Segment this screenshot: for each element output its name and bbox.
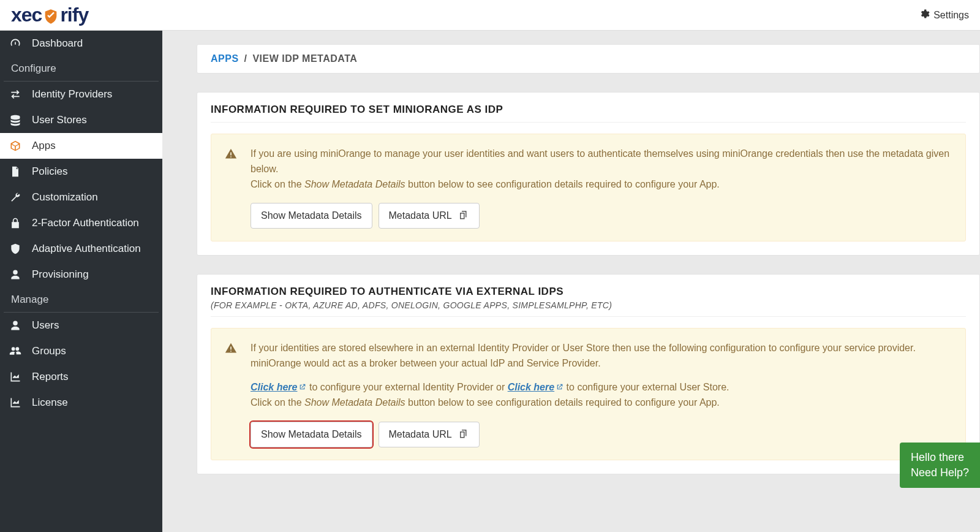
panel2-alert-line3: Click on the Show Metadata Details butto… — [251, 395, 952, 411]
breadcrumb-panel: APPS / VIEW IDP METADATA — [197, 44, 980, 74]
sidebar-item-dashboard[interactable]: Dashboard — [0, 31, 162, 56]
sidebar-item-label: User Stores — [32, 114, 87, 126]
user-icon — [9, 319, 22, 332]
warning-icon — [225, 341, 237, 447]
main-content: APPS / VIEW IDP METADATA INFORMATION REQ… — [162, 31, 980, 507]
sidebar-nav: DashboardConfigureIdentity ProvidersUser… — [0, 31, 162, 532]
settings-label: Settings — [933, 10, 969, 21]
panel2-alert-line1: If your identities are stored elsewhere … — [251, 341, 952, 371]
sidebar-item-customization[interactable]: Customization — [0, 184, 162, 210]
sidebar-item-license[interactable]: License — [0, 390, 162, 416]
external-link-icon — [554, 382, 564, 392]
show-metadata-details-button[interactable]: Show Metadata Details — [251, 422, 372, 447]
show-metadata-details-button[interactable]: Show Metadata Details — [251, 203, 372, 229]
sidebar-item-adaptive-authentication[interactable]: Adaptive Authentication — [0, 236, 162, 262]
sidebar-item-reports[interactable]: Reports — [0, 364, 162, 390]
sidebar-item-groups[interactable]: Groups — [0, 338, 162, 364]
users-icon — [9, 345, 22, 357]
wrench-icon — [9, 191, 22, 203]
external-link-icon — [297, 382, 306, 392]
sidebar-item-label: Dashboard — [32, 37, 83, 50]
configure-userstore-link[interactable]: Click here — [508, 382, 564, 392]
help-line1: Hello there — [911, 450, 969, 465]
breadcrumb-separator: / — [244, 53, 247, 64]
copy-icon — [458, 428, 469, 441]
sidebar-item-label: Customization — [32, 191, 98, 203]
sidebar-item-label: Identity Providers — [32, 88, 112, 101]
panel1-button-row: Show Metadata Details Metadata URL — [251, 203, 952, 229]
sidebar-item-label: Apps — [32, 140, 56, 152]
configure-idp-link[interactable]: Click here — [251, 382, 306, 392]
panel2-heading: INFORMATION REQUIRED TO AUTHENTICATE VIA… — [211, 286, 966, 317]
file-icon — [9, 165, 22, 178]
sidebar-item-apps[interactable]: Apps — [0, 133, 162, 159]
warning-icon — [225, 146, 237, 229]
user-icon — [9, 268, 22, 281]
panel1-heading: INFORMATION REQUIRED TO SET MINIORANGE A… — [211, 104, 966, 123]
sidebar-item-label: Users — [32, 319, 59, 332]
sidebar-item-label: Provisioning — [32, 268, 89, 281]
sidebar-item-label: Groups — [32, 345, 66, 357]
settings-link[interactable]: Settings — [919, 9, 969, 22]
panel2-alert-body: If your identities are stored elsewhere … — [251, 341, 952, 447]
sidebar-item-policies[interactable]: Policies — [0, 159, 162, 184]
dashboard-icon — [9, 37, 22, 50]
cube-icon — [9, 140, 22, 152]
panel1-alert-body: If you are using miniOrange to manage yo… — [251, 146, 952, 229]
sidebar-item-identity-providers[interactable]: Identity Providers — [0, 82, 162, 107]
sidebar-item-label: License — [32, 397, 68, 409]
chart-icon — [9, 371, 22, 383]
panel2-button-row: Show Metadata Details Metadata URL — [251, 422, 952, 447]
sidebar-item-label: 2-Factor Authentication — [32, 217, 139, 229]
topbar: xec rify Settings — [0, 0, 980, 31]
panel2-subheading: (FOR EXAMPLE - OKTA, AZURE AD, ADFS, ONE… — [211, 300, 966, 310]
metadata-url-button[interactable]: Metadata URL — [379, 422, 480, 447]
shield-icon — [9, 243, 22, 255]
panel2-alert-links: Click here to configure your external Id… — [251, 380, 952, 395]
gear-icon — [919, 9, 930, 22]
breadcrumb: APPS / VIEW IDP METADATA — [211, 53, 966, 64]
metadata-url-button[interactable]: Metadata URL — [379, 203, 480, 229]
sidebar-item-user-stores[interactable]: User Stores — [0, 107, 162, 133]
lock-icon — [9, 217, 22, 229]
chart-icon — [9, 397, 22, 409]
sidebar-section-header: Configure — [4, 56, 159, 82]
sidebar-item-label: Policies — [32, 165, 68, 178]
logo-shield-icon — [42, 7, 59, 25]
panel-idp-miniorange: INFORMATION REQUIRED TO SET MINIORANGE A… — [197, 92, 980, 256]
copy-icon — [458, 209, 469, 222]
breadcrumb-apps-link[interactable]: APPS — [211, 53, 239, 64]
database-icon — [9, 114, 22, 126]
breadcrumb-current: VIEW IDP METADATA — [252, 53, 357, 64]
help-widget[interactable]: Hello there Need Help? — [900, 443, 980, 488]
panel-external-idps: INFORMATION REQUIRED TO AUTHENTICATE VIA… — [197, 274, 980, 474]
sidebar-item-label: Adaptive Authentication — [32, 243, 141, 255]
sidebar-section-header: Manage — [4, 287, 159, 313]
panel1-alert-line2: Click on the Show Metadata Details butto… — [251, 177, 952, 192]
sidebar-item-label: Reports — [32, 371, 69, 383]
brand-logo[interactable]: xec rify — [11, 4, 88, 26]
logo-text-left: xec — [11, 4, 42, 26]
help-line2: Need Help? — [911, 465, 969, 481]
panel2-alert: If your identities are stored elsewhere … — [211, 328, 966, 460]
sidebar-item-users[interactable]: Users — [0, 313, 162, 338]
panel1-alert: If you are using miniOrange to manage yo… — [211, 134, 966, 241]
sidebar-item-2-factor-authentication[interactable]: 2-Factor Authentication — [0, 210, 162, 236]
logo-text-right: rify — [60, 4, 88, 26]
exchange-icon — [9, 88, 22, 101]
sidebar-item-provisioning[interactable]: Provisioning — [0, 262, 162, 287]
panel1-alert-line1: If you are using miniOrange to manage yo… — [251, 146, 952, 177]
